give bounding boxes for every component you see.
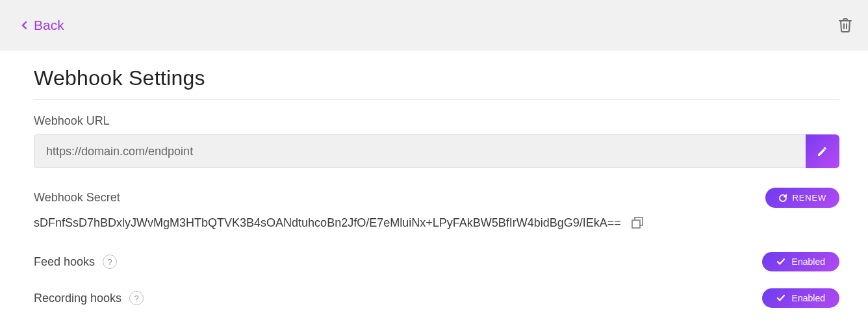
- back-label: Back: [34, 18, 64, 33]
- webhook-url-label: Webhook URL: [34, 114, 839, 128]
- feed-hooks-label-wrap: Feed hooks ?: [34, 255, 117, 269]
- webhook-url-input[interactable]: [34, 134, 806, 168]
- page-title: Webhook Settings: [34, 66, 839, 100]
- feed-hooks-row: Feed hooks ? Enabled: [34, 252, 839, 271]
- webhook-secret-label: Webhook Secret: [34, 191, 120, 205]
- renew-secret-button[interactable]: Renew: [765, 188, 839, 208]
- copy-secret-button[interactable]: [630, 216, 645, 230]
- question-icon: ?: [107, 257, 112, 267]
- trash-icon: [838, 18, 852, 33]
- recording-hooks-label-wrap: Recording hooks ?: [34, 291, 144, 305]
- question-icon: ?: [134, 294, 138, 303]
- feed-hooks-toggle[interactable]: Enabled: [762, 252, 839, 271]
- main-content: Webhook Settings Webhook URL Webhook Sec…: [0, 51, 868, 326]
- back-button[interactable]: Back: [21, 18, 64, 33]
- recording-hooks-status: Enabled: [792, 293, 825, 303]
- feed-hooks-label: Feed hooks: [34, 255, 95, 269]
- feed-hooks-status: Enabled: [792, 257, 825, 267]
- check-icon: [776, 294, 785, 302]
- renew-label: Renew: [793, 193, 826, 203]
- copy-icon: [630, 216, 645, 230]
- edit-url-button[interactable]: [806, 134, 839, 168]
- recording-hooks-label: Recording hooks: [34, 292, 121, 305]
- webhook-secret-value: sDFnfSsD7hBDxlyJWvMgM3HTbQTVK3B4sOANdtuh…: [34, 216, 621, 230]
- delete-button[interactable]: [838, 18, 852, 33]
- recording-hooks-row: Recording hooks ? Enabled: [34, 288, 839, 308]
- recording-hooks-toggle[interactable]: Enabled: [762, 288, 839, 308]
- chevron-left-icon: [21, 21, 27, 30]
- webhook-secret-row: sDFnfSsD7hBDxlyJWvMgM3HTbQTVK3B4sOANdtuh…: [34, 216, 839, 230]
- svg-rect-1: [632, 220, 640, 228]
- recording-hooks-help[interactable]: ?: [129, 291, 144, 305]
- webhook-secret-header: Webhook Secret Renew: [34, 188, 839, 208]
- feed-hooks-help[interactable]: ?: [103, 255, 117, 269]
- pencil-icon: [816, 145, 829, 158]
- refresh-icon: [778, 194, 787, 203]
- check-icon: [776, 258, 785, 266]
- top-bar: Back: [0, 0, 868, 51]
- webhook-url-row: [34, 134, 839, 168]
